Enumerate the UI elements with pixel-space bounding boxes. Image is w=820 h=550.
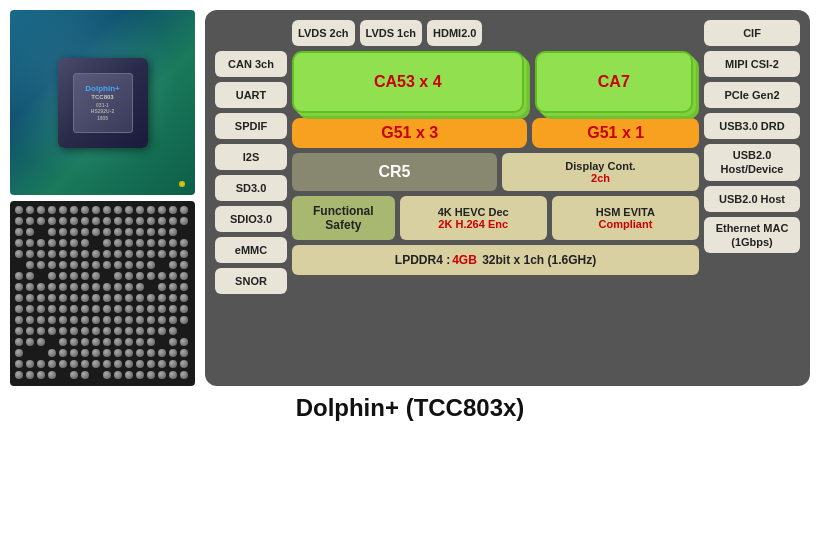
chip-inner: Dolphin+ TCC803 031-1 HS292U-2 1805 (73, 73, 133, 133)
pcie-gen2-label: PCIe Gen2 (704, 82, 800, 108)
functional-safety-box: Functional Safety (292, 196, 395, 240)
usb20-hostdevice-label: USB2.0 Host/Device (704, 144, 800, 181)
mipi-csi2-label: MIPI CSI-2 (704, 51, 800, 77)
ca7-box: CA7 (535, 51, 693, 113)
ca53-container: CA53 x 4 (292, 51, 530, 113)
display-box: Display Cont. 2ch (502, 153, 699, 191)
lpddr-box: LPDDR4 : 4GB 32bit x 1ch (1.6GHz) (292, 245, 699, 275)
left-labels-col: CAN 3ch UART SPDIF I2S SD3.0 SDIO3.0 eMM… (215, 51, 287, 407)
hevc-box: 4K HEVC Dec 2K H.264 Enc (400, 196, 547, 240)
func-row: Functional Safety 4K HEVC Dec 2K H.264 E… (292, 196, 699, 240)
uart-label: UART (215, 82, 287, 108)
lvds2ch-label: LVDS 2ch (292, 20, 355, 46)
cr5-box: CR5 (292, 153, 497, 191)
usb20-host-label: USB2.0 Host (704, 186, 800, 212)
ca7-container: CA7 (535, 51, 699, 113)
g51-3-box: G51 x 3 (292, 118, 527, 148)
cif-label: CIF (704, 20, 800, 46)
full-diagram: CAN 3ch UART SPDIF I2S SD3.0 SDIO3.0 eMM… (215, 51, 800, 407)
chip-logo: Dolphin+ TCC803 031-1 HS292U-2 1805 (85, 84, 119, 122)
chip-bottom-image: // Will be rendered by JS below (10, 201, 195, 386)
top-label-row: LVDS 2ch LVDS 1ch HDMI2.0 CIF (215, 20, 800, 46)
ca53-box: CA53 x 4 (292, 51, 524, 113)
gpu-row: G51 x 3 G51 x 1 (292, 118, 699, 148)
hsm-box: HSM EVITA Compliant (552, 196, 699, 240)
cpu-row: CA53 x 4 CA7 (292, 51, 699, 113)
usb30-drd-label: USB3.0 DRD (704, 113, 800, 139)
center-area: CA53 x 4 CA7 G51 x 3 G51 x 1 CR5 (292, 51, 699, 407)
can-label: CAN 3ch (215, 51, 287, 77)
sd30-label: SD3.0 (215, 175, 287, 201)
g51-1-box: G51 x 1 (532, 118, 699, 148)
chip-top-image: Dolphin+ TCC803 031-1 HS292U-2 1805 (10, 10, 195, 195)
snor-label: SNOR (215, 268, 287, 294)
lvds1ch-label: LVDS 1ch (360, 20, 423, 46)
block-diagram: LVDS 2ch LVDS 1ch HDMI2.0 CIF CAN 3ch UA… (205, 10, 810, 386)
left-images: Dolphin+ TCC803 031-1 HS292U-2 1805 // W… (10, 10, 195, 386)
cr5-disp-row: CR5 Display Cont. 2ch (292, 153, 699, 191)
hdmi-label: HDMI2.0 (427, 20, 482, 46)
ball-grid: // Will be rendered by JS below (15, 206, 190, 381)
chip-package: Dolphin+ TCC803 031-1 HS292U-2 1805 (58, 58, 148, 148)
ethernet-mac-label: Ethernet MAC (1Gbps) (704, 217, 800, 254)
i2s-label: I2S (215, 144, 287, 170)
main-content: Dolphin+ TCC803 031-1 HS292U-2 1805 // W… (0, 0, 820, 386)
emmc-label: eMMC (215, 237, 287, 263)
spdif-label: SPDIF (215, 113, 287, 139)
sdio30-label: SDIO3.0 (215, 206, 287, 232)
right-labels-col: MIPI CSI-2 PCIe Gen2 USB3.0 DRD USB2.0 H… (704, 51, 800, 407)
